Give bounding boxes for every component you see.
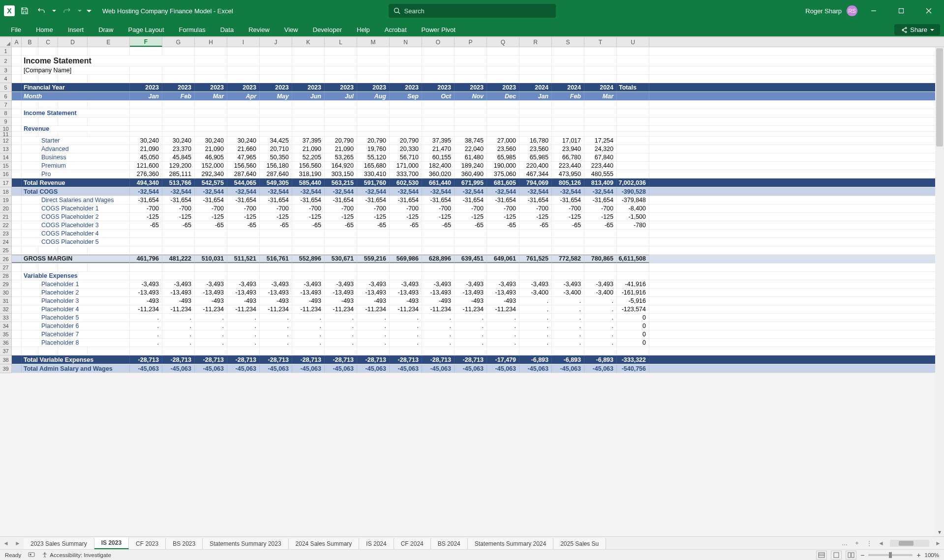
cell-val-9[interactable]: -700	[422, 205, 455, 212]
cell-val-8[interactable]: -65	[390, 221, 422, 229]
column-header-A[interactable]: A	[12, 37, 22, 47]
cell-val-0[interactable]: 45,050	[130, 153, 162, 161]
cell-F[interactable]	[130, 246, 162, 254]
row-label[interactable]: COGS Placeholder 1	[22, 205, 130, 212]
cell-val-9[interactable]: .	[422, 314, 455, 322]
cell-val-3[interactable]: -28,713	[227, 355, 260, 364]
cell-val-2[interactable]: .	[195, 314, 227, 322]
cell-val-3[interactable]: -3,493	[227, 280, 260, 288]
row-header-21[interactable]: 21	[0, 213, 11, 221]
cell-T[interactable]	[584, 264, 617, 271]
cell-val-8[interactable]: -13,493	[390, 289, 422, 296]
cell-val-1[interactable]: 23,370	[162, 145, 195, 153]
cell-A[interactable]	[12, 132, 22, 136]
cell-Q[interactable]	[487, 47, 519, 55]
cell-H[interactable]	[195, 75, 227, 83]
cell-G[interactable]	[162, 132, 195, 136]
cell-val-8[interactable]: -28,713	[390, 355, 422, 364]
company-name[interactable]: [Company Name]	[22, 66, 130, 74]
cell-val-2[interactable]: 21,090	[195, 145, 227, 153]
cell-val-2[interactable]: .	[195, 330, 227, 338]
cell-B[interactable]	[22, 47, 38, 55]
cell-val-14[interactable]: -31,654	[584, 196, 617, 204]
cell-K[interactable]	[292, 101, 325, 109]
cell-C[interactable]	[38, 47, 58, 55]
cell-val-3[interactable]: 47,965	[227, 153, 260, 161]
cell-val-14[interactable]	[584, 238, 617, 246]
month-6[interactable]: Jul	[325, 92, 357, 100]
cell-val-1[interactable]: .	[162, 322, 195, 330]
cell-N[interactable]	[390, 264, 422, 271]
cell-S[interactable]	[552, 246, 584, 254]
cell-val-8[interactable]: 171,000	[390, 162, 422, 170]
cell-val-9[interactable]: -13,493	[422, 289, 455, 296]
cell-total[interactable]: 0	[617, 339, 649, 347]
cell-val-7[interactable]: .	[357, 314, 390, 322]
horizontal-scrollbar[interactable]	[890, 540, 929, 547]
cell-val-14[interactable]: .	[584, 339, 617, 347]
macro-record-icon[interactable]	[28, 551, 35, 559]
cell-val-12[interactable]: -125	[519, 213, 552, 221]
cell-D[interactable]	[58, 47, 88, 55]
cell-val-6[interactable]: -31,654	[325, 196, 357, 204]
cell-O[interactable]	[422, 246, 455, 254]
cell-J[interactable]	[260, 264, 292, 271]
row-label[interactable]: Placeholder 6	[22, 322, 130, 330]
cell-val-1[interactable]: 129,200	[162, 162, 195, 170]
ribbon-tab-review[interactable]: Review	[242, 23, 276, 36]
cell-val-0[interactable]: 21,090	[130, 145, 162, 153]
cell-val-10[interactable]: -45,063	[455, 364, 487, 373]
cell-val-9[interactable]: 628,896	[422, 255, 455, 263]
row-header-34[interactable]: 34	[0, 322, 11, 330]
cell-val-12[interactable]: .	[519, 330, 552, 338]
ribbon-tab-page-layout[interactable]: Page Layout	[122, 23, 171, 36]
cell-val-10[interactable]: 38,745	[455, 137, 487, 145]
cell-val-11[interactable]: 649,061	[487, 255, 519, 263]
row-header-24[interactable]: 24	[0, 238, 11, 246]
cell-val-8[interactable]: 20,330	[390, 145, 422, 153]
cell-val-11[interactable]: -45,063	[487, 364, 519, 373]
cell-val-10[interactable]: -31,654	[455, 196, 487, 204]
cell-C[interactable]	[38, 101, 58, 109]
cell-R[interactable]	[519, 246, 552, 254]
cell-val-1[interactable]: .	[162, 339, 195, 347]
new-sheet-button[interactable]: ＋	[851, 539, 863, 547]
cell-total[interactable]	[617, 153, 649, 161]
scroll-thumb[interactable]	[936, 48, 943, 147]
cell-val-3[interactable]: .	[227, 330, 260, 338]
row-label[interactable]: COGS Placeholder 4	[22, 230, 130, 237]
cell-val-9[interactable]: -493	[422, 297, 455, 305]
cell-val-0[interactable]	[130, 238, 162, 246]
cell-val-12[interactable]: .	[519, 314, 552, 322]
cell-A[interactable]	[12, 347, 22, 355]
cell-val-7[interactable]: -13,493	[357, 289, 390, 296]
cell-U[interactable]	[617, 75, 649, 83]
sheet-tab-cf-2023[interactable]: CF 2023	[129, 538, 166, 549]
cell-A[interactable]	[12, 213, 22, 221]
row-label[interactable]: Starter	[22, 137, 130, 145]
row-header-17[interactable]: 17	[0, 178, 11, 187]
cell-val-5[interactable]: -28,713	[292, 355, 325, 364]
cell-val-8[interactable]: -125	[390, 213, 422, 221]
cell-val-1[interactable]: -65	[162, 221, 195, 229]
cell-val-13[interactable]	[552, 230, 584, 237]
cell-val-8[interactable]: -11,234	[390, 305, 422, 313]
sheet-tab-statements-summary-2024[interactable]: Statements Summary 2024	[468, 538, 553, 549]
row-header-30[interactable]: 30	[0, 289, 11, 297]
cell-T[interactable]	[584, 101, 617, 109]
cell-val-10[interactable]: -11,234	[455, 305, 487, 313]
cell-val-8[interactable]: -45,063	[390, 364, 422, 373]
cell-val-0[interactable]: 461,796	[130, 255, 162, 263]
cell-val-0[interactable]: .	[130, 330, 162, 338]
cell-P[interactable]	[455, 118, 487, 125]
cell-A[interactable]	[12, 66, 22, 74]
ribbon-tab-formulas[interactable]: Formulas	[172, 23, 213, 36]
cell-val-9[interactable]: 21,470	[422, 145, 455, 153]
cell-val-12[interactable]: -6,893	[519, 355, 552, 364]
cell-Q[interactable]	[487, 264, 519, 271]
fy-3[interactable]: 2023	[227, 83, 260, 91]
cell-A[interactable]	[12, 355, 22, 364]
redo-icon[interactable]	[60, 4, 74, 18]
row-header-36[interactable]: 36	[0, 339, 11, 347]
row-label[interactable]: Placeholder 5	[22, 314, 130, 322]
